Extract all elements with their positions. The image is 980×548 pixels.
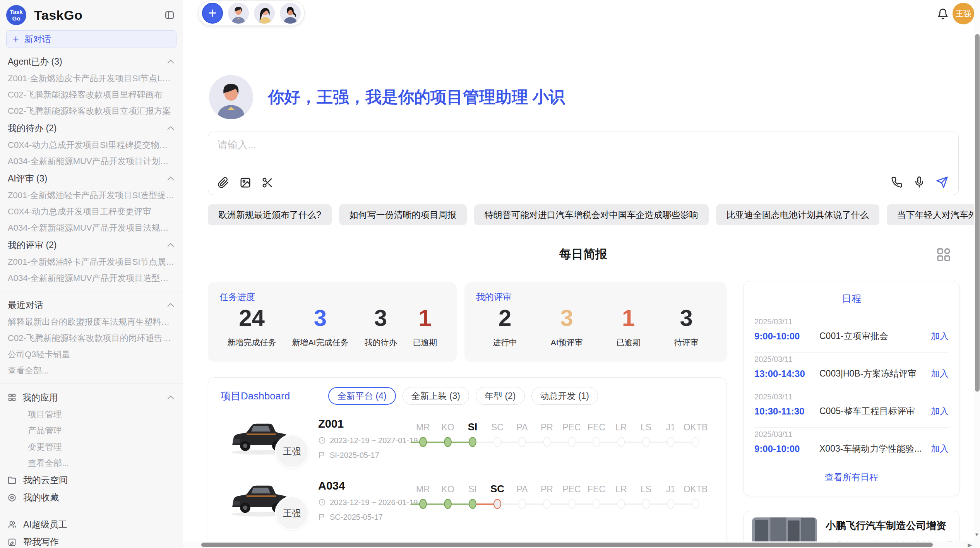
briefing-title: 每日简报 xyxy=(208,246,959,262)
section-header[interactable]: Agent已办 (3) xyxy=(6,53,176,70)
milestone-dot-MR xyxy=(419,437,427,447)
join-link[interactable]: 加入 xyxy=(931,368,949,380)
chevron-up-icon[interactable] xyxy=(166,59,175,64)
milestone-dot-cell xyxy=(535,499,559,509)
stat-label: 已逾期 xyxy=(616,337,641,348)
collapse-sidebar-icon[interactable] xyxy=(164,10,175,20)
horizontal-scrollbar-thumb[interactable] xyxy=(201,543,933,547)
layout-grid-icon[interactable] xyxy=(936,247,951,262)
filter-chip[interactable]: 年型 (2) xyxy=(476,387,525,405)
add-agent-button[interactable]: + xyxy=(202,3,223,24)
sidebar-item-cloud[interactable]: 我的云空间 xyxy=(6,471,176,489)
sidebar-item[interactable]: A034-全新新能源MUV产品开发项目造型可行性评审 xyxy=(6,270,176,286)
app-item[interactable]: 查看全部... xyxy=(26,455,176,471)
project-row-Z001[interactable]: 王强Z0012023-12-19 ~ 2027-01-19SI-2025-05-… xyxy=(208,412,726,472)
recent-section-header[interactable]: 最近对话 xyxy=(6,296,176,314)
bell-icon[interactable] xyxy=(937,8,949,20)
stat-待评审: 3待评审 xyxy=(674,305,699,348)
stat-value: 3 xyxy=(314,305,327,331)
chat-input[interactable] xyxy=(217,137,876,163)
section-header[interactable]: 我的评审 (2) xyxy=(6,236,176,254)
schedule-item[interactable]: 2025/03/119:00-10:00C001-立项审批会加入 xyxy=(754,315,949,353)
milestone-dot-cell xyxy=(559,437,584,447)
stat-label: 已逾期 xyxy=(413,337,437,348)
new-chat-button[interactable]: + 新对话 xyxy=(6,30,176,48)
view-all-schedule-link[interactable]: 查看所有日程 xyxy=(754,471,949,483)
sidebar-item[interactable]: C0X4-动力总成开发项目工程变更评审 xyxy=(6,204,176,220)
schedule-item[interactable]: 2025/03/119:00-10:00X003-车辆动力学性能验...加入 xyxy=(754,428,949,465)
image-icon[interactable] xyxy=(240,177,251,188)
chevron-up-icon[interactable] xyxy=(166,302,175,308)
agent-avatar-3[interactable] xyxy=(280,3,301,24)
user-avatar[interactable]: 王强 xyxy=(953,3,974,24)
suggestion-chip[interactable]: 如何写一份清晰的项目周报 xyxy=(339,204,467,225)
filter-chip[interactable]: 全新上装 (3) xyxy=(403,387,469,405)
my-apps-header[interactable]: 我的应用 xyxy=(6,389,176,406)
sidebar-item[interactable]: Z001-全新燃油轻卡产品开发项目SI造型提交物评审 xyxy=(6,187,176,204)
section-header[interactable]: 我的待办 (2) xyxy=(6,119,176,137)
filter-chip[interactable]: 全新平台 (4) xyxy=(328,387,396,405)
chevron-up-icon[interactable] xyxy=(166,395,175,400)
milestone-dot-cell xyxy=(535,437,559,447)
project-dashboard-card: 项目Dashboard 全新平台 (4)全新上装 (3)年型 (2)动总开发 (… xyxy=(208,377,727,548)
scissors-icon[interactable] xyxy=(262,177,273,188)
agent-avatar-2[interactable] xyxy=(254,3,275,24)
suggestion-chip[interactable]: 特朗普可能对进口汽车增税会对中国车企造成哪些影响 xyxy=(474,204,709,225)
sidebar-item[interactable]: C02-飞腾新能源轻客改款项目立项汇报方案 xyxy=(6,103,176,119)
sidebar-item[interactable]: 查看全部... xyxy=(6,363,176,379)
join-link[interactable]: 加入 xyxy=(931,405,949,417)
app-item[interactable]: 变更管理 xyxy=(26,439,176,455)
milestone-dot-cell xyxy=(634,499,658,509)
sidebar-item[interactable]: C0X4-动力总成开发项目SI里程碑提交物检查 xyxy=(6,137,176,153)
chevron-up-icon[interactable] xyxy=(166,242,175,248)
sidebar-tool-item[interactable]: AI超级员工 xyxy=(6,516,176,533)
sidebar-header: Task Go TaskGo xyxy=(6,4,176,26)
schedule-row: 13:00-14:30C003|H0B-方案冻结评审加入 xyxy=(754,368,949,380)
phone-icon[interactable] xyxy=(891,176,903,188)
milestone-dot-KO xyxy=(444,499,452,509)
milestone-dot-LR xyxy=(617,437,625,447)
suggestion-chips: 欧洲新规最近颁布了什么?如何写一份清晰的项目周报特朗普可能对进口汽车增税会对中国… xyxy=(208,204,965,225)
sidebar-item[interactable]: A034-全新新能源MUV产品开发项目计划变更表编写 xyxy=(6,153,176,170)
sidebar-item-favorites[interactable]: 我的收藏 xyxy=(6,489,176,506)
scroll-down-icon[interactable]: ▼ xyxy=(974,532,979,538)
paperclip-icon[interactable] xyxy=(218,177,229,188)
stat-AI预评审: 3AI预评审 xyxy=(551,305,583,348)
join-link[interactable]: 加入 xyxy=(931,330,949,342)
milestone-dot-cell xyxy=(510,499,535,509)
section-title: 最近对话 xyxy=(8,299,43,311)
agent-avatar-1[interactable] xyxy=(228,3,249,24)
sidebar-item[interactable]: A034-全新新能源MUV产品开发项目法规符合性评审 xyxy=(6,220,176,236)
chevron-up-icon[interactable] xyxy=(166,125,175,131)
filter-chip[interactable]: 动总开发 (1) xyxy=(531,387,598,405)
schedule-item[interactable]: 2025/03/1110:30-11:30C005-整车工程目标评审加入 xyxy=(754,390,949,428)
join-link[interactable]: 加入 xyxy=(931,443,949,455)
mic-icon[interactable] xyxy=(913,176,925,188)
milestone-label-PEC: PEC xyxy=(559,422,584,433)
schedule-meeting-title: C005-整车工程目标评审 xyxy=(819,405,926,417)
suggestion-chip[interactable]: 当下年轻人对汽车外观有怎样的喜好趋势 xyxy=(887,204,980,225)
sidebar-item[interactable]: 解释最新出台的欧盟报废车法规再生塑料比例被调至15%... xyxy=(6,314,176,330)
project-row-A034[interactable]: 王强A0342023-12-19 ~ 2026-01-19SC-2025-05-… xyxy=(208,474,726,534)
section-header[interactable]: AI评审 (3) xyxy=(6,170,176,187)
schedule-item[interactable]: 2025/03/1113:00-14:30C003|H0B-方案冻结评审加入 xyxy=(754,353,949,390)
sidebar-item[interactable]: Z001-全新燃油轻卡产品开发项目SI节点属性5D文件评审 xyxy=(6,254,176,270)
send-icon[interactable] xyxy=(936,176,948,188)
sidebar-item[interactable]: C02-飞腾新能源轻客改款项目的闭环通告反馈情况 xyxy=(6,330,176,346)
vertical-scrollbar[interactable]: ▼ xyxy=(974,0,980,548)
sidebar-item[interactable]: C02-飞腾新能源轻客改款项目里程碑画布 xyxy=(6,87,176,103)
suggestion-chip[interactable]: 欧洲新规最近颁布了什么? xyxy=(208,204,332,225)
milestone-track: MRKOSISCPAPRPECFECLRLSJ1OKTB xyxy=(411,412,720,472)
sidebar-item[interactable]: Z001-全新燃油皮卡产品开发项目SI节点Lesson Learn报告 xyxy=(6,70,176,87)
agent-avatar-bar: + xyxy=(199,1,304,26)
greeting-text: 你好，王强，我是你的项目管理助理 小识 xyxy=(268,86,565,108)
scroll-right-icon[interactable]: ▶ xyxy=(968,542,972,548)
app-item[interactable]: 产品管理 xyxy=(26,423,176,439)
sidebar-item[interactable]: 公司Q3轻卡销量 xyxy=(6,346,176,363)
suggestion-chip[interactable]: 比亚迪全固态电池计划具体说了什么 xyxy=(716,204,879,225)
horizontal-scrollbar[interactable]: ▶ xyxy=(183,541,974,548)
chevron-up-icon[interactable] xyxy=(166,176,175,181)
sidebar-tool-item[interactable]: 帮我写作 xyxy=(6,533,176,548)
vertical-scrollbar-thumb[interactable] xyxy=(975,34,980,392)
app-item[interactable]: 项目管理 xyxy=(26,406,176,423)
